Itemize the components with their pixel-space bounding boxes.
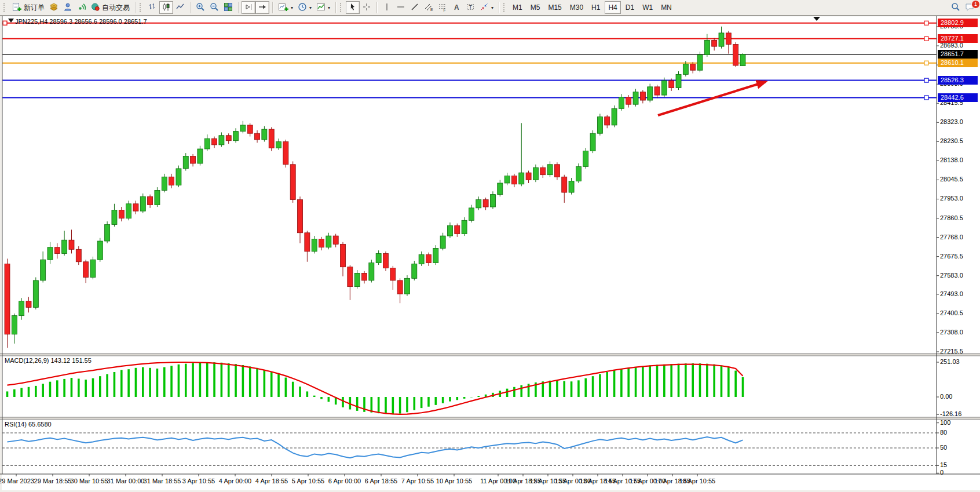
- tile-windows-button[interactable]: [221, 1, 235, 14]
- price-tick-label: 27215.5: [940, 348, 963, 355]
- cursor-tool-button[interactable]: [346, 1, 360, 14]
- periods-button[interactable]: ▾: [295, 1, 314, 14]
- time-axis-label: 3 Apr 10:55: [182, 478, 215, 484]
- text-label-icon: T: [466, 2, 475, 13]
- horizontal-line-tool-button[interactable]: [394, 1, 408, 14]
- hline-price-badge: 28727.1: [938, 34, 978, 43]
- trendline-icon: [410, 2, 419, 13]
- timeframe-m15-button[interactable]: M15: [544, 1, 565, 14]
- svg-text:E: E: [430, 8, 433, 12]
- macd-tick-label: 0.00: [940, 393, 952, 400]
- main-toolbar: 新订单 自动交易: [0, 0, 980, 16]
- templates-button[interactable]: ▾: [314, 1, 332, 14]
- hline-price-badge: 28802.9: [938, 19, 978, 27]
- axis-labels-layer: JPN225,H4 28596.3 28656.6 28596.0 28651.…: [0, 0, 980, 492]
- price-tick-label: 27308.0: [940, 329, 963, 336]
- time-axis-label: 18 Apr 10:55: [679, 478, 715, 484]
- time-axis-label: 31 Mar 18:55: [144, 478, 181, 484]
- zoom-out-icon: [210, 2, 219, 13]
- price-tick-label: 27675.5: [940, 253, 963, 260]
- timeframe-h1-button[interactable]: H1: [588, 1, 604, 14]
- price-tick-label: 27768.0: [940, 234, 963, 240]
- crosshair-tool-button[interactable]: [360, 1, 374, 14]
- auto-trading-label: 自动交易: [102, 3, 130, 13]
- time-axis-label: 6 Apr 00:00: [328, 478, 361, 484]
- new-order-label: 新订单: [24, 3, 45, 13]
- auto-trading-button[interactable]: 自动交易: [89, 1, 132, 14]
- toolbar-separator: [499, 2, 499, 13]
- candlestick-icon: [162, 2, 171, 13]
- chevron-down-icon: ▾: [328, 5, 330, 10]
- timeframe-m5-button[interactable]: M5: [527, 1, 544, 14]
- trendline-tool-button[interactable]: [408, 1, 422, 14]
- time-axis-label: 10 Apr 10:55: [436, 478, 472, 484]
- toolbar-separator: [190, 2, 191, 13]
- price-tick-label: 27583.0: [940, 272, 963, 279]
- price-tick-label: 27400.5: [940, 309, 963, 316]
- chevron-down-icon: ▾: [309, 5, 312, 10]
- auto-scroll-icon: [258, 2, 267, 13]
- time-axis-label: 6 Apr 18:55: [365, 478, 397, 484]
- toolbar-grip[interactable]: [3, 3, 7, 12]
- market-depth-button[interactable]: [47, 1, 61, 14]
- zoom-out-button[interactable]: [207, 1, 221, 14]
- auto-scroll-button[interactable]: [255, 1, 269, 14]
- candlestick-type-button[interactable]: [159, 1, 173, 14]
- add-indicator-button[interactable]: ▾: [276, 1, 295, 14]
- time-axis-label: 4 Apr 00:00: [219, 478, 251, 484]
- toolbar-grip[interactable]: [503, 3, 507, 12]
- time-axis-label: 29 Mar 18:55: [34, 478, 72, 484]
- text-label-tool-button[interactable]: T: [463, 1, 477, 14]
- channel-icon: E: [424, 2, 433, 13]
- timeframe-h4-button[interactable]: H4: [605, 1, 620, 14]
- timeframe-mn-button[interactable]: MN: [657, 1, 675, 14]
- zoom-in-icon: [196, 2, 205, 13]
- text-tool-button[interactable]: A: [449, 1, 463, 14]
- search-button[interactable]: [949, 1, 963, 14]
- profile-button[interactable]: [61, 1, 75, 14]
- macd-label: MACD(12,26,9) 143.12 151.55: [5, 357, 92, 364]
- timeframe-group: M1M5M15M30H1H4D1W1MN: [509, 1, 675, 14]
- bar-chart-type-button[interactable]: [145, 1, 159, 14]
- equidistant-channel-tool-button[interactable]: E: [422, 1, 436, 14]
- price-tick-label: 28323.0: [940, 118, 963, 125]
- hline-price-badge: 28442.6: [938, 93, 978, 102]
- toolbar-grip[interactable]: [340, 3, 343, 12]
- timeframe-w1-button[interactable]: W1: [639, 1, 656, 14]
- time-axis-label: 4 Apr 18:55: [255, 478, 288, 484]
- notification-badge: 1: [971, 0, 980, 9]
- toolbar-separator: [238, 2, 239, 13]
- hline-price-badge: 28610.1: [938, 59, 978, 67]
- price-tick-label: 28138.0: [940, 156, 963, 163]
- arrows-tool-button[interactable]: ▾: [477, 1, 496, 14]
- signals-button[interactable]: [75, 1, 89, 14]
- text-a-icon: A: [452, 2, 461, 13]
- vertical-line-tool-button[interactable]: [380, 1, 394, 14]
- timeframe-m30-button[interactable]: M30: [566, 1, 587, 14]
- price-tick-label: 27860.5: [940, 214, 963, 221]
- toolbar-grip[interactable]: [140, 3, 143, 12]
- chart-shift-button[interactable]: [242, 1, 255, 14]
- timeframe-m1-button[interactable]: M1: [509, 1, 526, 14]
- time-axis-label: 29 Mar 2023: [0, 478, 34, 484]
- tile-windows-icon: [224, 2, 233, 13]
- line-chart-icon: [175, 2, 185, 13]
- zoom-in-button[interactable]: [193, 1, 207, 14]
- timeframe-d1-button[interactable]: D1: [622, 1, 638, 14]
- toolbar-separator: [135, 2, 136, 13]
- toolbar-separator: [376, 2, 377, 13]
- macd-tick-label: 251.03: [940, 358, 960, 365]
- svg-text:A: A: [454, 3, 459, 11]
- rsi-tick-label: 50: [940, 444, 947, 451]
- crosshair-icon: [362, 2, 371, 13]
- notifications-button[interactable]: 1: [963, 1, 978, 14]
- fibonacci-tool-button[interactable]: F: [436, 1, 449, 14]
- chevron-down-icon: ▾: [291, 5, 293, 10]
- vertical-line-icon: [382, 2, 392, 13]
- add-indicator-icon: [278, 2, 288, 13]
- line-chart-type-button[interactable]: [173, 1, 187, 14]
- template-icon: [316, 2, 326, 13]
- bar-chart-icon: [148, 2, 157, 13]
- new-order-button[interactable]: 新订单: [9, 1, 47, 14]
- toolbar-separator: [335, 2, 336, 13]
